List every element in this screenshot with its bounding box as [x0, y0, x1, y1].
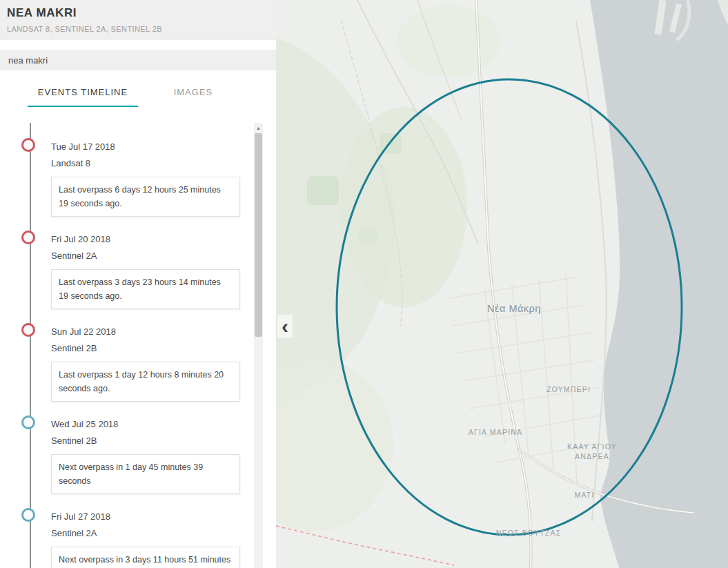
- page-title: NEA MAKRI: [7, 6, 269, 20]
- event-satellite: Sentinel 2B: [51, 341, 240, 356]
- past-event-dot-icon: [21, 138, 35, 152]
- event-message: Next overpass in 3 days 11 hours 51 minu…: [59, 555, 230, 568]
- event-message: Next overpass in 1 day 45 minutes 39 sec…: [59, 462, 203, 486]
- map-label-zoumperi: ΖΟΥΜΠΕΡΙ: [547, 385, 591, 393]
- events-timeline: Tue Jul 17 2018 Landsat 8 Last overpass …: [0, 123, 254, 568]
- timeline-event[interactable]: Tue Jul 17 2018 Landsat 8 Last overpass …: [51, 138, 240, 217]
- event-satellite: Sentinel 2A: [51, 526, 240, 541]
- map-label-nea-makri: Νέα Μάκρη: [487, 303, 541, 314]
- event-message: Last overpass 1 day 12 hours 8 minutes 2…: [59, 370, 224, 393]
- event-date: Fri Jul 20 2018: [51, 231, 240, 248]
- event-card: Next overpass in 3 days 11 hours 51 minu…: [51, 547, 240, 568]
- past-event-dot-icon: [21, 323, 35, 337]
- map-label-mati: ΜΑΤΙ: [574, 491, 594, 499]
- event-card: Last overpass 1 day 12 hours 8 minutes 2…: [51, 362, 240, 402]
- app-window: NEA MAKRI LANDSAT 8, SENTINEL 2A, SENTIN…: [0, 0, 728, 568]
- event-message: Last overpass 6 days 12 hours 25 minutes…: [59, 185, 221, 208]
- event-date: Sun Jul 22 2018: [51, 323, 240, 341]
- event-date: Wed Jul 25 2018: [51, 415, 240, 433]
- map-canvas[interactable]: ‹: [276, 0, 728, 568]
- timeline-scrollbar[interactable]: ▲: [254, 123, 263, 568]
- event-card: Next overpass in 1 day 45 minutes 39 sec…: [51, 454, 240, 494]
- events-list: Tue Jul 17 2018 Landsat 8 Last overpass …: [0, 123, 254, 568]
- scrollbar-up-arrow-icon[interactable]: ▲: [254, 123, 263, 133]
- event-card: Last overpass 6 days 12 hours 25 minutes…: [51, 177, 240, 217]
- map-label-neos-voutzas: ΝΕΟΣ ΒΟΥΤΖΑΣ: [496, 529, 562, 537]
- event-card: Last overpass 3 days 23 hours 14 minutes…: [51, 269, 240, 309]
- map-label-kaay-agiou: ΚΑΑΥ ΑΓΙΟΥ: [567, 442, 617, 451]
- tab-events-timeline[interactable]: EVENTS TIMELINE: [28, 83, 138, 107]
- tab-images[interactable]: IMAGES: [138, 83, 248, 107]
- search-input[interactable]: [0, 55, 276, 66]
- map-svg: Νέα Μάκρη ΖΟΥΜΠΕΡΙ ΑΓΙΑ ΜΑΡΙΝΑ ΚΑΑΥ ΑΓΙΟ…: [276, 0, 728, 568]
- event-message: Last overpass 3 days 23 hours 14 minutes…: [59, 277, 221, 301]
- future-event-dot-icon: [21, 415, 35, 429]
- search-bar: [0, 50, 276, 70]
- event-satellite: Sentinel 2B: [51, 433, 240, 449]
- timeline-event[interactable]: Wed Jul 25 2018 Sentinel 2B Next overpas…: [51, 415, 240, 494]
- map-label-agia-marina: ΑΓΙΑ ΜΑΡΙΝΑ: [469, 428, 523, 436]
- sidebar-collapse-chevron-icon[interactable]: ‹: [277, 315, 293, 338]
- timeline-event[interactable]: Fri Jul 20 2018 Sentinel 2A Last overpas…: [51, 231, 240, 309]
- sidebar-header: NEA MAKRI LANDSAT 8, SENTINEL 2A, SENTIN…: [0, 0, 276, 40]
- timeline-event[interactable]: Sun Jul 22 2018 Sentinel 2B Last overpas…: [51, 323, 240, 402]
- event-date: Tue Jul 17 2018: [51, 138, 240, 156]
- tab-bar: EVENTS TIMELINE IMAGES: [0, 70, 276, 107]
- future-event-dot-icon: [21, 508, 35, 522]
- past-event-dot-icon: [21, 231, 35, 244]
- satellites-subtitle: LANDSAT 8, SENTINEL 2A, SENTINEL 2B: [7, 25, 269, 33]
- event-date: Fri Jul 27 2018: [51, 508, 240, 526]
- scrollbar-thumb[interactable]: [255, 133, 262, 337]
- sidebar: NEA MAKRI LANDSAT 8, SENTINEL 2A, SENTIN…: [0, 0, 276, 568]
- event-satellite: Landsat 8: [51, 156, 240, 171]
- timeline-line: [30, 123, 31, 568]
- map-label-andrea: ΑΝΔΡΕΑ: [575, 452, 609, 460]
- timeline-event[interactable]: Fri Jul 27 2018 Sentinel 2A Next overpas…: [51, 508, 240, 568]
- event-satellite: Sentinel 2A: [51, 248, 240, 264]
